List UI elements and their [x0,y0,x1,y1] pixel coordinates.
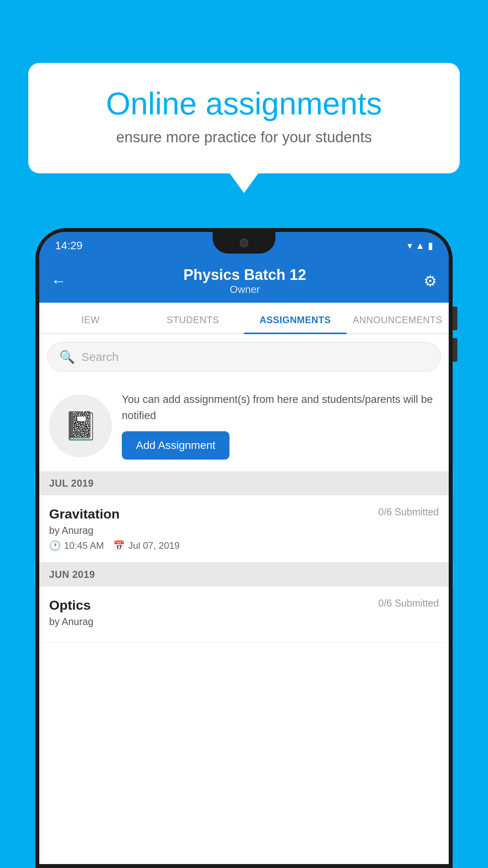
assignment-date-gravitation: 📅 Jul 07, 2019 [113,540,180,551]
signal-icon: ▲ [415,240,425,251]
assignment-row1: Gravitation 0/6 Submitted [49,506,439,522]
side-buttons [453,307,457,370]
assignment-item-optics[interactable]: Optics 0/6 Submitted by Anurag [39,587,449,643]
calendar-icon: 📅 [113,540,125,551]
assignment-by-gravitation: by Anurag [49,525,439,536]
section-label-jun: JUN 2019 [49,569,95,580]
tab-assignments[interactable]: ASSIGNMENTS [244,314,347,333]
tab-iew[interactable]: IEW [39,314,142,333]
back-button[interactable]: ← [51,273,66,290]
assignment-submitted-optics: 0/6 Submitted [378,598,439,609]
section-header-jun: JUN 2019 [39,563,449,587]
promo-icon-circle: 📓 [49,394,112,457]
assignment-meta-gravitation: 🕐 10:45 AM 📅 Jul 07, 2019 [49,540,439,551]
section-header-jul: JUL 2019 [39,471,449,495]
app-header: ← Physics Batch 12 Owner ⚙ [39,259,449,303]
search-icon: 🔍 [59,349,75,364]
status-bar: 14:29 ▾ ▲ ▮ [39,232,449,259]
assignment-time-gravitation: 🕐 10:45 AM [49,540,104,551]
add-assignment-button[interactable]: Add Assignment [122,431,229,460]
bubble-title: Online assignments [56,86,432,121]
promo-card: 📓 You can add assignment(s) from here an… [39,380,449,471]
side-btn-2 [453,338,457,362]
assignment-by-optics: by Anurag [49,616,439,627]
phone-frame: 14:29 ▾ ▲ ▮ ← Physics Batch 12 Owner ⚙ I… [35,228,453,868]
camera [240,239,248,247]
phone-screen: 14:29 ▾ ▲ ▮ ← Physics Batch 12 Owner ⚙ I… [39,232,449,864]
assignment-item-gravitation[interactable]: Gravitation 0/6 Submitted by Anurag 🕐 10… [39,495,449,563]
side-btn-1 [453,307,457,330]
battery-icon: ▮ [428,240,433,251]
notch [213,232,275,254]
tabs-bar: IEW STUDENTS ASSIGNMENTS ANNOUNCEMENTS [39,303,449,334]
promo-description: You can add assignment(s) from here and … [122,392,439,423]
assignment-row1-optics: Optics 0/6 Submitted [49,598,439,613]
tab-students[interactable]: STUDENTS [142,314,244,333]
header-center: Physics Batch 12 Owner [183,267,306,296]
tab-announcements[interactable]: ANNOUNCEMENTS [347,314,449,333]
search-bar[interactable]: 🔍 Search [47,342,441,372]
search-container: 🔍 Search [39,334,449,380]
notebook-icon: 📓 [64,410,98,442]
assignment-name-optics: Optics [49,598,91,613]
wifi-icon: ▾ [407,240,412,251]
header-title: Physics Batch 12 [183,267,306,283]
status-time: 14:29 [55,239,83,252]
search-placeholder: Search [81,350,119,364]
section-label-jul: JUL 2019 [49,478,94,489]
speech-bubble-card: Online assignments ensure more practice … [28,63,460,173]
bubble-subtitle: ensure more practice for your students [56,129,432,146]
clock-icon: 🕐 [49,540,61,551]
settings-icon[interactable]: ⚙ [424,272,437,290]
assignment-submitted-gravitation: 0/6 Submitted [378,506,439,518]
assignment-name-gravitation: Gravitation [49,506,119,522]
status-icons: ▾ ▲ ▮ [407,240,433,251]
promo-content: You can add assignment(s) from here and … [122,392,439,460]
header-subtitle: Owner [183,283,306,296]
